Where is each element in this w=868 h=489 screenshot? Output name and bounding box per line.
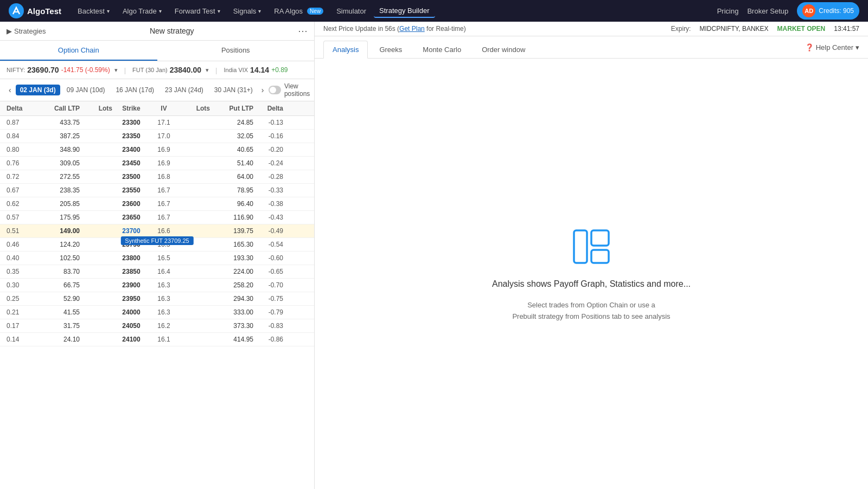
date-chip-3[interactable]: 23 JAN (24d) <box>161 85 208 95</box>
brand-name: AlgoTest <box>27 7 61 16</box>
new-badge: New <box>307 8 323 15</box>
fut-value: 23840.00 <box>170 66 201 74</box>
table-row[interactable]: 0.80 348.90 23400 16.9 40.65 -0.20 <box>0 143 314 157</box>
svg-point-0 <box>9 3 24 18</box>
analysis-body: Analysis shows Payoff Graph, Statistics … <box>315 59 868 489</box>
strategies-button[interactable]: ▶ Strategies <box>7 27 46 35</box>
right-panel: Next Price Update in 56s (Get Plan for R… <box>315 22 868 489</box>
date-chip-2[interactable]: 16 JAN (17d) <box>111 85 158 95</box>
table-row[interactable]: 0.62 205.85 23600 16.7 96.40 -0.38 <box>0 197 314 211</box>
nifty-label: NIFTY: <box>7 67 25 73</box>
expiry-label: Expiry: <box>671 25 691 33</box>
header-strike: Strike <box>112 105 150 112</box>
left-panel: ▶ Strategies New strategy ⋯ Option Chain… <box>0 22 315 489</box>
header-call-ltp: Call LTP <box>36 105 80 112</box>
nav-simulator[interactable]: Simulator <box>331 5 372 17</box>
analysis-description: Select trades from Option Chain or use a… <box>512 300 670 323</box>
nav-signals[interactable]: Signals ▾ <box>228 5 267 17</box>
help-center-button[interactable]: ❓ Help Center ▾ <box>805 43 859 56</box>
vix-value: 14.14 <box>250 66 269 74</box>
nav-forward-test[interactable]: Forward Test ▾ <box>169 5 226 17</box>
view-positions-toggle: View positions <box>269 82 315 98</box>
chevron-right-icon: ▶ <box>7 27 12 35</box>
table-row[interactable]: 0.30 66.75 23900 16.3 258.20 -0.70 <box>0 279 314 292</box>
table-row[interactable]: 0.35 83.70 23850 16.4 224.00 -0.65 <box>0 265 314 279</box>
nifty-display: NIFTY: 23690.70 -141.75 (-0.59%) ▾ <box>7 66 118 74</box>
tab-bar: Option Chain Positions <box>0 41 314 61</box>
main-container: ▶ Strategies New strategy ⋯ Option Chain… <box>0 22 868 489</box>
nav-broker-link[interactable]: Broker Setup <box>747 7 788 15</box>
navbar-right: Pricing Broker Setup AD Credits: 905 <box>717 2 859 20</box>
vix-label: India VIX <box>224 67 248 73</box>
vix-change: +0.89 <box>271 66 288 74</box>
chevron-down-icon: ▾ <box>258 8 261 14</box>
market-bar: NIFTY: 23690.70 -141.75 (-0.59%) ▾ | FUT… <box>0 61 314 79</box>
chevron-down-icon: ▾ <box>218 8 220 14</box>
nifty-change: -141.75 (-0.59%) <box>61 66 110 74</box>
table-row[interactable]: 0.87 433.75 23300 17.1 24.85 -0.13 <box>0 116 314 130</box>
date-chip-0[interactable]: 02 JAN (3d) <box>16 85 60 95</box>
nav-ra-algos[interactable]: RA Algos New <box>269 5 329 17</box>
avatar: AD <box>802 4 815 17</box>
right-top-bar-right: Expiry: MIDCPNIFTY, BANKEX MARKET OPEN 1… <box>671 25 859 33</box>
view-positions-label: View positions <box>284 82 315 98</box>
nav-pricing-link[interactable]: Pricing <box>717 7 739 15</box>
table-row[interactable]: 0.67 238.35 23550 16.7 78.95 -0.33 <box>0 184 314 197</box>
date-chip-1[interactable]: 09 JAN (10d) <box>62 85 110 95</box>
table-row[interactable]: 0.40 102.50 23800 16.5 193.30 -0.60 <box>0 252 314 265</box>
expiry-value: MIDCPNIFTY, BANKEX <box>699 25 768 33</box>
left-header: ▶ Strategies New strategy ⋯ <box>0 22 314 41</box>
date-row: ‹ 02 JAN (3d) 09 JAN (10d) 16 JAN (17d) … <box>0 79 314 101</box>
svg-rect-3 <box>591 250 609 263</box>
nav-algo-trade[interactable]: Algo Trade ▾ <box>117 5 167 17</box>
tab-monte-carlo[interactable]: Monte Carlo <box>413 41 470 59</box>
fut-label: FUT (30 Jan) <box>132 67 168 73</box>
header-put-lots: Lots <box>177 105 210 112</box>
table-row[interactable]: 0.76 309.05 23450 16.9 51.40 -0.24 <box>0 157 314 170</box>
brand-logo[interactable]: AlgoTest <box>9 3 61 18</box>
date-prev-button[interactable]: ‹ <box>7 85 14 95</box>
tab-option-chain[interactable]: Option Chain <box>0 41 157 61</box>
market-open-badge: MARKET OPEN <box>777 25 826 33</box>
get-plan-link[interactable]: Get Plan <box>399 25 425 33</box>
fut-dropdown-icon[interactable]: ▾ <box>206 67 209 74</box>
table-row[interactable]: 0.72 272.55 23500 16.8 64.00 -0.28 <box>0 170 314 184</box>
chevron-down-icon: ▾ <box>159 8 162 14</box>
header-call-delta: Delta <box>7 105 36 112</box>
option-chain-table: Delta Call LTP Lots Strike IV Lots Put L… <box>0 101 314 489</box>
table-row[interactable]: 0.21 41.55 24000 16.3 333.00 -0.79 <box>0 306 314 319</box>
table-header: Delta Call LTP Lots Strike IV Lots Put L… <box>0 101 314 116</box>
more-options-icon[interactable]: ⋯ <box>298 26 308 36</box>
nifty-dropdown-icon[interactable]: ▾ <box>114 67 118 74</box>
tab-analysis[interactable]: Analysis <box>323 41 368 59</box>
table-row[interactable]: 0.25 52.90 23950 16.3 294.30 -0.75 <box>0 292 314 306</box>
svg-rect-2 <box>591 230 609 246</box>
table-row[interactable]: 0.57 175.95 23650 16.7 116.90 -0.43 <box>0 211 314 224</box>
analysis-tab-bar: Analysis Greeks Monte Carlo Order window… <box>315 36 868 59</box>
table-row[interactable]: 0.84 387.25 23350 17.0 32.05 -0.16 <box>0 130 314 143</box>
date-chip-4[interactable]: 30 JAN (31+) <box>210 85 257 95</box>
chevron-down-icon: ▾ <box>856 43 859 52</box>
table-row-atm[interactable]: 0.51 149.00 23700 16.6 139.75 -0.49 Synt… <box>0 224 314 238</box>
time-display: 13:41:57 <box>834 25 859 33</box>
header-put-delta: Delta <box>253 105 283 112</box>
header-put-ltp: Put LTP <box>210 105 253 112</box>
view-positions-switch[interactable] <box>269 86 281 94</box>
header-iv: IV <box>150 105 177 112</box>
table-row[interactable]: 0.14 24.10 24100 16.1 414.95 -0.86 <box>0 333 314 346</box>
fut-display: FUT (30 Jan) 23840.00 ▾ <box>132 66 209 74</box>
tab-order-window[interactable]: Order window <box>473 41 534 59</box>
nav-strategy-builder[interactable]: Strategy Builder <box>374 4 435 18</box>
right-top-bar: Next Price Update in 56s (Get Plan for R… <box>315 22 868 36</box>
nav-backtest[interactable]: Backtest ▾ <box>72 5 115 17</box>
price-update-message: Next Price Update in 56s (Get Plan for R… <box>323 25 466 33</box>
svg-rect-1 <box>574 230 587 263</box>
tab-positions[interactable]: Positions <box>157 41 315 61</box>
table-row[interactable]: 0.17 31.75 24050 16.2 373.30 -0.83 <box>0 319 314 333</box>
nifty-value: 23690.70 <box>27 66 59 74</box>
analysis-placeholder-icon <box>570 225 613 268</box>
date-next-button[interactable]: › <box>259 85 266 95</box>
atm-tooltip: Synthetic FUT 23709.25 <box>120 236 193 245</box>
tab-greeks[interactable]: Greeks <box>370 41 411 59</box>
strategy-title: New strategy <box>150 27 194 35</box>
